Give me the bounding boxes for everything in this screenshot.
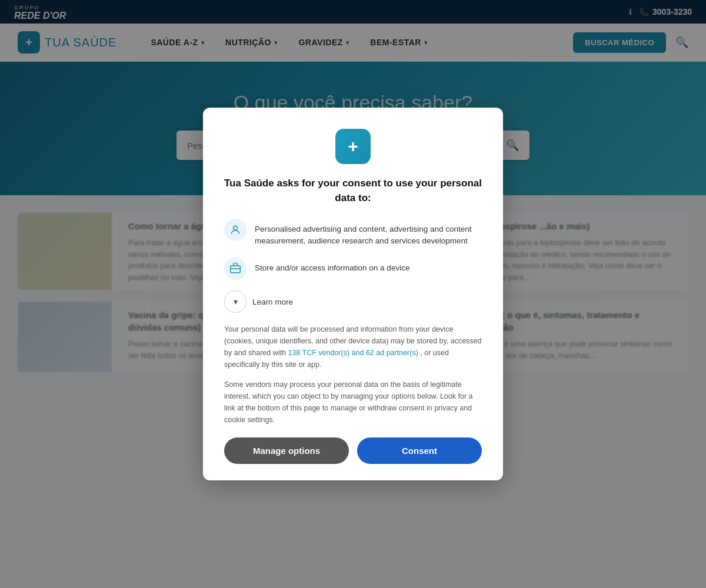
modal-overlay: + Tua Saúde asks for your consent to use… — [0, 0, 706, 588]
consent-button[interactable]: Consent — [357, 437, 482, 464]
modal-logo-icon: + — [335, 129, 371, 164]
advertising-text: Personalised advertising and content, ad… — [255, 219, 482, 248]
learn-more-label: Learn more — [252, 298, 293, 306]
consent-modal: + Tua Saúde asks for your consent to use… — [203, 108, 503, 481]
advertising-icon — [224, 219, 247, 241]
store-icon — [224, 258, 247, 280]
learn-more-button[interactable]: ▾ — [224, 290, 247, 313]
svg-point-0 — [234, 226, 238, 230]
modal-description-1: Your personal data will be processed and… — [224, 323, 482, 370]
modal-title: Tua Saúde asks for your consent to use y… — [224, 176, 482, 206]
modal-item-advertising: Personalised advertising and content, ad… — [224, 219, 482, 248]
modal-description-2: Some vendors may process your personal d… — [224, 379, 482, 426]
manage-options-button[interactable]: Manage options — [224, 437, 349, 464]
learn-more-row: ▾ Learn more — [224, 290, 482, 313]
modal-buttons: Manage options Consent — [224, 437, 482, 464]
modal-item-store: Store and/or access information on a dev… — [224, 258, 482, 280]
modal-logo: + — [224, 129, 482, 164]
store-text: Store and/or access information on a dev… — [255, 258, 409, 274]
vendors-link[interactable]: 138 TCF vendor(s) and 62 ad partner(s) — [288, 349, 418, 357]
svg-rect-1 — [231, 266, 241, 273]
